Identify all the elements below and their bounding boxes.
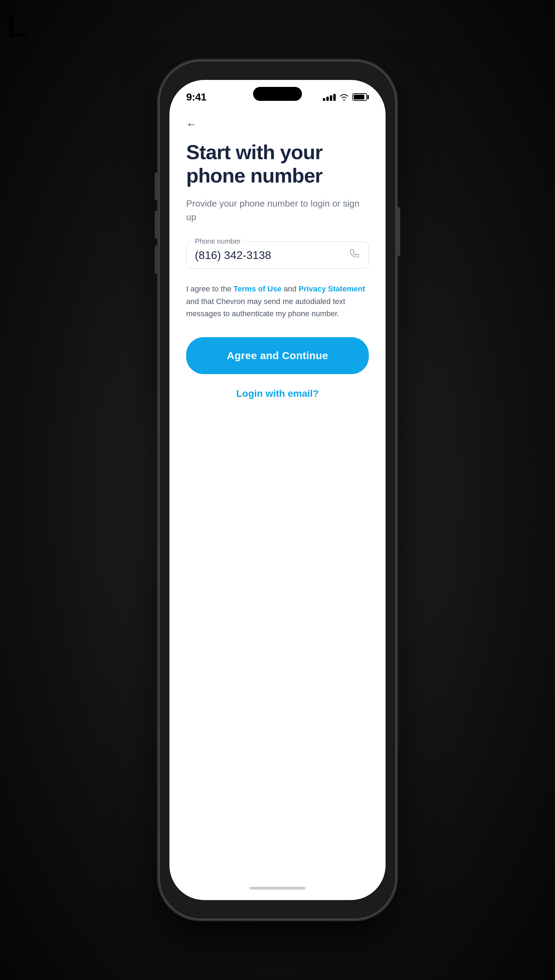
screen: 9:41 [169, 80, 386, 900]
back-arrow-icon: ← [186, 118, 197, 130]
back-button[interactable]: ← [186, 118, 369, 130]
signal-bar-1 [323, 98, 325, 101]
status-icons [323, 93, 369, 101]
signal-bar-3 [330, 95, 332, 101]
wifi-icon [339, 93, 349, 101]
signal-bar-4 [333, 94, 336, 101]
signal-bars-icon [323, 93, 336, 101]
phone-input[interactable] [195, 249, 349, 262]
battery-tip [367, 95, 369, 99]
screen-content: ← Start with your phone number Provide y… [169, 108, 386, 900]
login-with-email-link[interactable]: Login with email? [186, 388, 369, 399]
phone-input-container: Phone number [186, 241, 369, 269]
phone-handset-icon [349, 248, 360, 262]
brand-logo: L [7, 10, 26, 42]
agree-continue-button[interactable]: Agree and Continue [186, 337, 369, 374]
status-time: 9:41 [186, 91, 206, 103]
page-title: Start with your phone number [186, 141, 369, 187]
battery-body [353, 93, 367, 101]
dynamic-island [253, 87, 302, 101]
terms-middle-text: and [282, 285, 299, 293]
battery-fill [354, 95, 364, 100]
privacy-statement-link[interactable]: Privacy Statement [298, 285, 365, 293]
terms-before-text: I agree to the [186, 285, 234, 293]
terms-text: I agree to the Terms of Use and Privacy … [186, 283, 369, 320]
terms-of-use-link[interactable]: Terms of Use [234, 285, 282, 293]
home-indicator [250, 887, 305, 890]
phone-input-label: Phone number [193, 237, 243, 245]
input-row [195, 248, 360, 262]
signal-bar-2 [326, 97, 329, 101]
page-subtitle: Provide your phone number to login or si… [186, 197, 369, 224]
battery-icon [353, 93, 369, 101]
phone-frame: 9:41 [159, 61, 396, 919]
terms-after-text: and that Chevron may send me autodialed … [186, 297, 345, 318]
